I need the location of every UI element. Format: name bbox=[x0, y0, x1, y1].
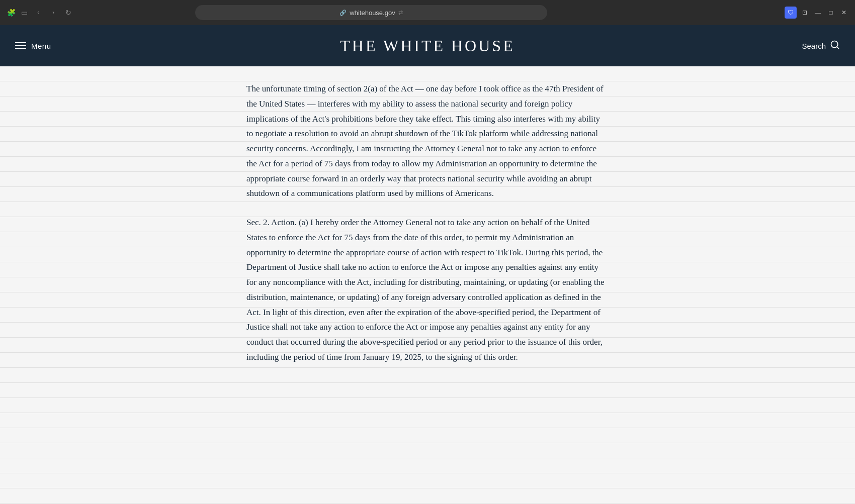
content-area: The unfortunate timing of section 2(a) o… bbox=[0, 66, 855, 504]
url-text: whitehouse.gov bbox=[350, 9, 395, 17]
site-header: Menu THE WHITE HOUSE Search bbox=[0, 25, 855, 66]
back-button[interactable]: ‹ bbox=[32, 7, 44, 19]
reload-button[interactable]: ↻ bbox=[62, 7, 74, 19]
browser-controls: 🧩 ▭ ‹ › ↻ bbox=[6, 7, 74, 19]
site-wrapper: Menu THE WHITE HOUSE Search The unfortun… bbox=[0, 25, 855, 504]
menu-button[interactable]: Menu bbox=[15, 42, 51, 50]
maximize-button[interactable]: □ bbox=[826, 8, 836, 18]
paragraph-1: The unfortunate timing of section 2(a) o… bbox=[246, 81, 609, 201]
hamburger-icon bbox=[15, 42, 26, 49]
browser-chrome: 🧩 ▭ ‹ › ↻ 🔗 whitehouse.gov ⇄ 🛡 ⊡ — □ ✕ bbox=[0, 0, 855, 25]
browser-shield-icon[interactable]: 🛡 bbox=[785, 7, 797, 19]
lock-icon: 🔗 bbox=[339, 10, 347, 16]
minimize-button[interactable]: — bbox=[813, 8, 823, 18]
menu-label: Menu bbox=[31, 42, 51, 50]
search-icon bbox=[830, 40, 840, 52]
pip-button[interactable]: ⊡ bbox=[800, 8, 810, 18]
address-bar[interactable]: 🔗 whitehouse.gov ⇄ bbox=[195, 5, 547, 20]
extensions-icon[interactable]: 🧩 bbox=[6, 8, 16, 18]
paragraph-2: Sec. 2. Action. (a) I hereby order the A… bbox=[246, 215, 609, 365]
content-inner: The unfortunate timing of section 2(a) o… bbox=[231, 76, 624, 384]
sidebar-toggle-icon[interactable]: ▭ bbox=[19, 8, 29, 18]
forward-button[interactable]: › bbox=[47, 7, 59, 19]
search-button[interactable]: Search bbox=[802, 40, 840, 52]
search-label: Search bbox=[802, 42, 826, 50]
site-title: THE WHITE HOUSE bbox=[340, 37, 515, 55]
close-button[interactable]: ✕ bbox=[839, 8, 849, 18]
settings-icon: ⇄ bbox=[398, 10, 403, 16]
window-controls: 🛡 ⊡ — □ ✕ bbox=[785, 7, 849, 19]
svg-line-1 bbox=[837, 46, 839, 48]
